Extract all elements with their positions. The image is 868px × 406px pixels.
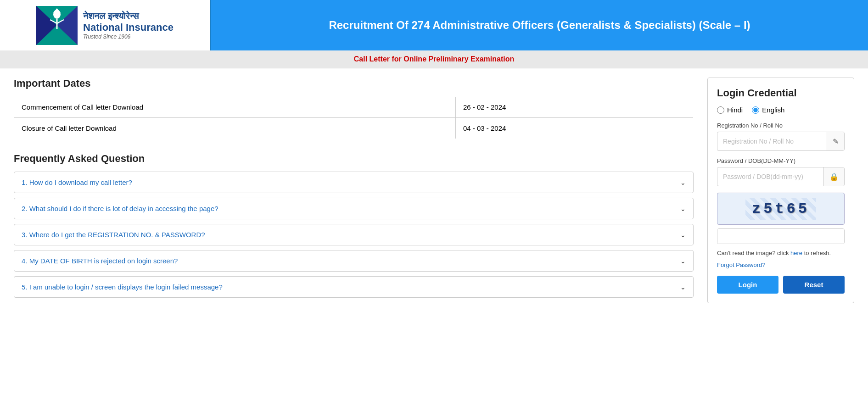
faq-item-2[interactable]: 2. What should I do if there is lot of d… [14, 198, 694, 219]
registration-input-wrapper: ✎ [717, 132, 845, 151]
chevron-down-icon: ⌄ [680, 205, 686, 212]
table-row: Commencement of Call letter Download 26 … [14, 97, 694, 118]
forgot-password-link-area: Forgot Password? [717, 261, 845, 268]
main-container: Important Dates Commencement of Call let… [0, 68, 868, 406]
faq-item-1[interactable]: 1. How do I download my call letter? ⌄ [14, 172, 694, 193]
table-row: Closure of Call letter Download 04 - 03 … [14, 118, 694, 139]
password-input-wrapper: 🔒 [717, 167, 845, 186]
faq-title: Frequently Asked Question [14, 153, 694, 165]
captcha-refresh-link[interactable]: here [790, 250, 802, 256]
lock-icon: 🔒 [823, 167, 844, 186]
sub-header-banner: Call Letter for Online Preliminary Exami… [0, 50, 868, 68]
login-button[interactable]: Login [717, 276, 778, 294]
captcha-note-prefix: Can't read the image? click [717, 250, 790, 256]
date-value-1: 26 - 02 - 2024 [456, 97, 694, 118]
logo-english-text: National Insurance [83, 22, 174, 33]
login-panel: Login Credential Hindi English Registrat… [707, 78, 854, 303]
hindi-radio-label[interactable]: Hindi [717, 106, 743, 114]
login-panel-title: Login Credential [717, 87, 845, 99]
captcha-input-wrapper [717, 228, 845, 244]
date-label-2: Closure of Call letter Download [14, 118, 456, 139]
reset-button[interactable]: Reset [783, 276, 845, 294]
forgot-password-link[interactable]: Forgot Password? [717, 261, 766, 268]
registration-input[interactable] [717, 133, 827, 150]
logo-hindi-text: नेशनल इन्श्योरेन्स [83, 11, 139, 22]
registration-label: Registration No / Roll No [717, 122, 845, 129]
faq-question-3: 3. Where do I get the REGISTRATION NO. &… [22, 231, 205, 239]
registration-group: Registration No / Roll No ✎ [717, 122, 845, 151]
logo-area: नेशनल इन्श्योरेन्स National Insurance Tr… [0, 0, 211, 50]
password-group: Password / DOB(DD-MM-YY) 🔒 [717, 157, 845, 186]
chevron-down-icon: ⌄ [680, 231, 686, 239]
captcha-input[interactable] [717, 229, 844, 244]
password-label: Password / DOB(DD-MM-YY) [717, 157, 845, 164]
company-logo-icon [36, 6, 78, 45]
faq-item-5[interactable]: 5. I am unable to login / screen display… [14, 276, 694, 298]
header-title: Recruitment Of 274 Administrative Office… [329, 17, 750, 33]
date-value-2: 04 - 03 - 2024 [456, 118, 694, 139]
captcha-text: z5t65 [745, 198, 816, 220]
header: नेशनल इन्श्योरेन्स National Insurance Tr… [0, 0, 868, 50]
chevron-down-icon: ⌄ [680, 179, 686, 186]
english-radio-label[interactable]: English [752, 106, 784, 114]
date-label-1: Commencement of Call letter Download [14, 97, 456, 118]
password-input[interactable] [717, 168, 823, 185]
important-dates-title: Important Dates [14, 78, 694, 89]
faq-item-3[interactable]: 3. Where do I get the REGISTRATION NO. &… [14, 224, 694, 245]
english-label: English [762, 106, 784, 114]
faq-question-5: 5. I am unable to login / screen display… [22, 283, 223, 291]
important-dates-table: Commencement of Call letter Download 26 … [14, 96, 694, 139]
left-content: Important Dates Commencement of Call let… [14, 78, 694, 302]
faq-item-4[interactable]: 4. My DATE OF BIRTH is rejected on login… [14, 250, 694, 272]
captcha-refresh-note: Can't read the image? click here to refr… [717, 249, 845, 258]
logo-tagline: Trusted Since 1906 [83, 33, 130, 40]
english-radio[interactable] [752, 106, 759, 114]
captcha-image: z5t65 [717, 193, 845, 225]
faq-question-4: 4. My DATE OF BIRTH is rejected on login… [22, 257, 178, 265]
chevron-down-icon: ⌄ [680, 284, 686, 291]
hindi-radio[interactable] [717, 106, 724, 114]
captcha-note-suffix: to refresh. [802, 250, 831, 256]
faq-question-1: 1. How do I download my call letter? [22, 178, 132, 186]
chevron-down-icon: ⌄ [680, 257, 686, 265]
header-title-area: Recruitment Of 274 Administrative Office… [211, 11, 868, 40]
faq-question-2: 2. What should I do if there is lot of d… [22, 205, 218, 212]
sub-header-text: Call Letter for Online Preliminary Exami… [354, 55, 514, 63]
edit-icon: ✎ [827, 132, 844, 150]
hindi-label: Hindi [727, 106, 743, 114]
language-selector: Hindi English [717, 106, 845, 114]
login-button-row: Login Reset [717, 276, 845, 294]
